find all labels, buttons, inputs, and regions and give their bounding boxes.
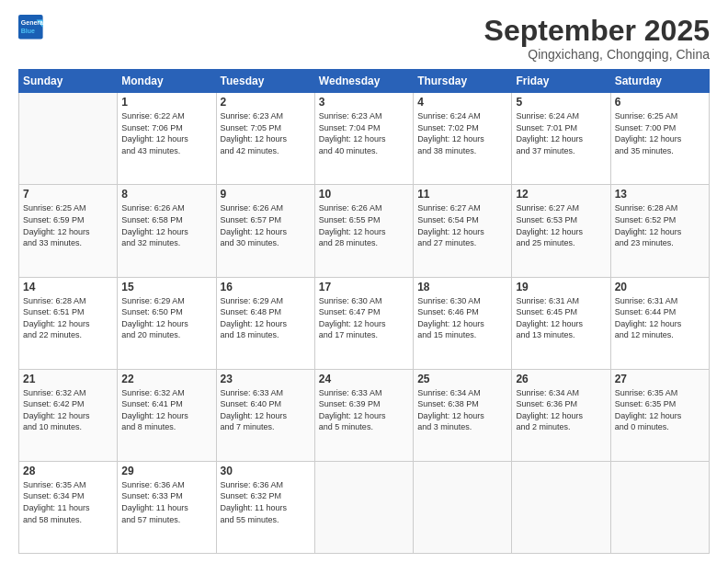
subtitle: Qingxichang, Chongqing, China bbox=[484, 47, 710, 62]
day-number: 15 bbox=[121, 281, 211, 293]
svg-text:Blue: Blue bbox=[21, 28, 35, 34]
day-number: 8 bbox=[121, 188, 211, 201]
day-number: 9 bbox=[221, 188, 311, 201]
calendar-cell: 30Sunrise: 6:36 AM Sunset: 6:32 PM Dayli… bbox=[216, 461, 314, 553]
day-number: 17 bbox=[319, 281, 409, 293]
day-info: Sunrise: 6:35 AM Sunset: 6:35 PM Dayligh… bbox=[615, 387, 705, 433]
day-info: Sunrise: 6:26 AM Sunset: 6:57 PM Dayligh… bbox=[221, 202, 311, 248]
day-info: Sunrise: 6:27 AM Sunset: 6:54 PM Dayligh… bbox=[417, 202, 507, 248]
calendar-cell: 21Sunrise: 6:32 AM Sunset: 6:42 PM Dayli… bbox=[19, 369, 118, 461]
day-info: Sunrise: 6:34 AM Sunset: 6:36 PM Dayligh… bbox=[516, 387, 606, 433]
day-info: Sunrise: 6:23 AM Sunset: 7:05 PM Dayligh… bbox=[221, 110, 311, 156]
calendar-cell bbox=[610, 461, 709, 553]
day-info: Sunrise: 6:27 AM Sunset: 6:53 PM Dayligh… bbox=[516, 202, 606, 248]
svg-text:General: General bbox=[21, 19, 44, 26]
day-number: 2 bbox=[221, 96, 311, 109]
day-number: 13 bbox=[615, 188, 705, 201]
calendar-cell: 4Sunrise: 6:24 AM Sunset: 7:02 PM Daylig… bbox=[414, 93, 512, 185]
calendar-header-sunday: Sunday bbox=[19, 70, 118, 93]
calendar-table: SundayMondayTuesdayWednesdayThursdayFrid… bbox=[18, 69, 710, 554]
day-number: 10 bbox=[319, 188, 409, 201]
day-info: Sunrise: 6:29 AM Sunset: 6:50 PM Dayligh… bbox=[121, 295, 211, 341]
day-number: 12 bbox=[516, 188, 606, 201]
day-info: Sunrise: 6:30 AM Sunset: 6:46 PM Dayligh… bbox=[417, 295, 507, 341]
logo: General Blue bbox=[18, 15, 44, 40]
day-info: Sunrise: 6:22 AM Sunset: 7:06 PM Dayligh… bbox=[121, 110, 211, 156]
day-number: 25 bbox=[417, 373, 507, 385]
day-info: Sunrise: 6:29 AM Sunset: 6:48 PM Dayligh… bbox=[221, 295, 311, 341]
calendar-header-saturday: Saturday bbox=[610, 70, 709, 93]
calendar-week-1: 7Sunrise: 6:25 AM Sunset: 6:59 PM Daylig… bbox=[19, 185, 710, 277]
calendar-cell bbox=[512, 461, 610, 553]
day-info: Sunrise: 6:32 AM Sunset: 6:41 PM Dayligh… bbox=[121, 387, 211, 433]
day-info: Sunrise: 6:28 AM Sunset: 6:51 PM Dayligh… bbox=[23, 295, 113, 341]
day-info: Sunrise: 6:28 AM Sunset: 6:52 PM Dayligh… bbox=[615, 202, 705, 248]
day-number: 23 bbox=[221, 373, 311, 385]
calendar-header-tuesday: Tuesday bbox=[216, 70, 314, 93]
day-info: Sunrise: 6:31 AM Sunset: 6:45 PM Dayligh… bbox=[516, 295, 606, 341]
calendar-cell: 15Sunrise: 6:29 AM Sunset: 6:50 PM Dayli… bbox=[118, 277, 216, 369]
day-info: Sunrise: 6:36 AM Sunset: 6:33 PM Dayligh… bbox=[121, 479, 211, 525]
day-info: Sunrise: 6:31 AM Sunset: 6:44 PM Dayligh… bbox=[615, 295, 705, 341]
day-info: Sunrise: 6:26 AM Sunset: 6:55 PM Dayligh… bbox=[319, 202, 409, 248]
calendar-cell: 14Sunrise: 6:28 AM Sunset: 6:51 PM Dayli… bbox=[19, 277, 118, 369]
calendar-header-monday: Monday bbox=[118, 70, 216, 93]
calendar-week-2: 14Sunrise: 6:28 AM Sunset: 6:51 PM Dayli… bbox=[19, 277, 710, 369]
day-info: Sunrise: 6:26 AM Sunset: 6:58 PM Dayligh… bbox=[121, 202, 211, 248]
calendar-cell: 16Sunrise: 6:29 AM Sunset: 6:48 PM Dayli… bbox=[216, 277, 314, 369]
day-info: Sunrise: 6:34 AM Sunset: 6:38 PM Dayligh… bbox=[417, 387, 507, 433]
calendar-cell: 10Sunrise: 6:26 AM Sunset: 6:55 PM Dayli… bbox=[314, 185, 413, 277]
calendar-cell bbox=[19, 93, 118, 185]
calendar-week-3: 21Sunrise: 6:32 AM Sunset: 6:42 PM Dayli… bbox=[19, 369, 710, 461]
day-number: 29 bbox=[121, 465, 211, 477]
calendar-cell bbox=[314, 461, 413, 553]
day-info: Sunrise: 6:24 AM Sunset: 7:02 PM Dayligh… bbox=[417, 110, 507, 156]
header: General Blue September 2025 Qingxichang,… bbox=[18, 15, 710, 62]
calendar-cell: 22Sunrise: 6:32 AM Sunset: 6:41 PM Dayli… bbox=[118, 369, 216, 461]
title-block: September 2025 Qingxichang, Chongqing, C… bbox=[484, 15, 710, 62]
day-number: 24 bbox=[319, 373, 409, 385]
day-info: Sunrise: 6:36 AM Sunset: 6:32 PM Dayligh… bbox=[221, 479, 311, 525]
calendar-cell: 6Sunrise: 6:25 AM Sunset: 7:00 PM Daylig… bbox=[610, 93, 709, 185]
day-number: 21 bbox=[23, 373, 113, 385]
calendar-header-friday: Friday bbox=[512, 70, 610, 93]
day-number: 20 bbox=[615, 281, 705, 293]
calendar-cell: 1Sunrise: 6:22 AM Sunset: 7:06 PM Daylig… bbox=[118, 93, 216, 185]
day-info: Sunrise: 6:35 AM Sunset: 6:34 PM Dayligh… bbox=[23, 479, 113, 525]
day-info: Sunrise: 6:30 AM Sunset: 6:47 PM Dayligh… bbox=[319, 295, 409, 341]
day-info: Sunrise: 6:33 AM Sunset: 6:39 PM Dayligh… bbox=[319, 387, 409, 433]
day-number: 22 bbox=[121, 373, 211, 385]
day-number: 30 bbox=[221, 465, 311, 477]
calendar-cell: 13Sunrise: 6:28 AM Sunset: 6:52 PM Dayli… bbox=[610, 185, 709, 277]
calendar-cell: 23Sunrise: 6:33 AM Sunset: 6:40 PM Dayli… bbox=[216, 369, 314, 461]
calendar-cell: 8Sunrise: 6:26 AM Sunset: 6:58 PM Daylig… bbox=[118, 185, 216, 277]
day-info: Sunrise: 6:25 AM Sunset: 7:00 PM Dayligh… bbox=[615, 110, 705, 156]
calendar-cell: 27Sunrise: 6:35 AM Sunset: 6:35 PM Dayli… bbox=[610, 369, 709, 461]
day-info: Sunrise: 6:32 AM Sunset: 6:42 PM Dayligh… bbox=[23, 387, 113, 433]
calendar-cell: 11Sunrise: 6:27 AM Sunset: 6:54 PM Dayli… bbox=[414, 185, 512, 277]
day-number: 27 bbox=[615, 373, 705, 385]
day-number: 19 bbox=[516, 281, 606, 293]
calendar-cell: 28Sunrise: 6:35 AM Sunset: 6:34 PM Dayli… bbox=[19, 461, 118, 553]
day-number: 28 bbox=[23, 465, 113, 477]
calendar-cell: 18Sunrise: 6:30 AM Sunset: 6:46 PM Dayli… bbox=[414, 277, 512, 369]
day-number: 1 bbox=[121, 96, 211, 109]
main-title: September 2025 bbox=[484, 15, 710, 47]
page: General Blue September 2025 Qingxichang,… bbox=[0, 0, 728, 563]
calendar-cell: 20Sunrise: 6:31 AM Sunset: 6:44 PM Dayli… bbox=[610, 277, 709, 369]
calendar-cell: 3Sunrise: 6:23 AM Sunset: 7:04 PM Daylig… bbox=[314, 93, 413, 185]
calendar-header-thursday: Thursday bbox=[414, 70, 512, 93]
day-number: 4 bbox=[417, 96, 507, 109]
calendar-cell: 25Sunrise: 6:34 AM Sunset: 6:38 PM Dayli… bbox=[414, 369, 512, 461]
calendar-cell: 19Sunrise: 6:31 AM Sunset: 6:45 PM Dayli… bbox=[512, 277, 610, 369]
day-number: 11 bbox=[417, 188, 507, 201]
day-number: 3 bbox=[319, 96, 409, 109]
day-number: 18 bbox=[417, 281, 507, 293]
day-number: 5 bbox=[516, 96, 606, 109]
calendar-cell: 24Sunrise: 6:33 AM Sunset: 6:39 PM Dayli… bbox=[314, 369, 413, 461]
calendar-cell bbox=[414, 461, 512, 553]
calendar-cell: 12Sunrise: 6:27 AM Sunset: 6:53 PM Dayli… bbox=[512, 185, 610, 277]
calendar-cell: 26Sunrise: 6:34 AM Sunset: 6:36 PM Dayli… bbox=[512, 369, 610, 461]
calendar-header-wednesday: Wednesday bbox=[314, 70, 413, 93]
day-number: 14 bbox=[23, 281, 113, 293]
